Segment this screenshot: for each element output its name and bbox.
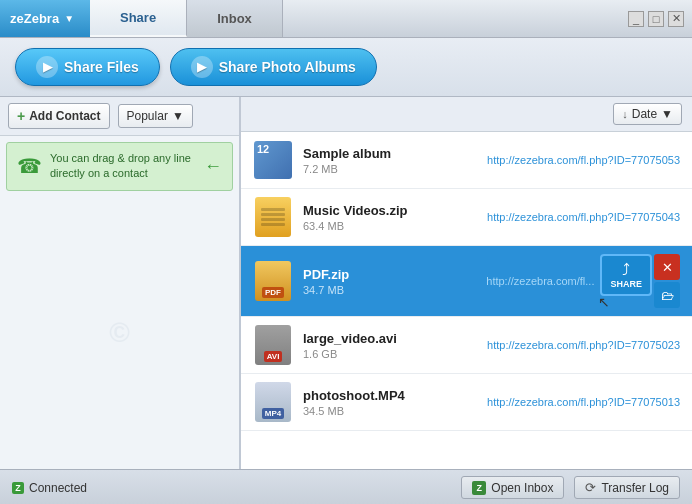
main-content: + Add Contact Popular ▼ ☎ You can drag &… xyxy=(0,97,692,469)
drag-hint: ☎ You can drag & drop any line directly … xyxy=(6,142,233,191)
file-item-music-videos[interactable]: Music Videos.zip 63.4 MB http://zezebra.… xyxy=(241,189,692,246)
app-dropdown-arrow: ▼ xyxy=(64,13,74,24)
minimize-button[interactable]: _ xyxy=(628,11,644,27)
filter-label: Popular xyxy=(127,109,168,123)
close-action-button[interactable]: ✕ xyxy=(654,254,680,280)
file-info-music-videos: Music Videos.zip 63.4 MB xyxy=(303,203,477,232)
album-count: 12 xyxy=(257,143,269,155)
file-size: 1.6 GB xyxy=(303,348,477,360)
app-logo[interactable]: zeZebra ▼ xyxy=(0,0,90,37)
transfer-log-icon: ⟳ xyxy=(585,480,596,495)
transfer-log-button[interactable]: ⟳ Transfer Log xyxy=(574,476,680,499)
file-name: Music Videos.zip xyxy=(303,203,477,218)
filter-dropdown-arrow: ▼ xyxy=(172,109,184,123)
sidebar: + Add Contact Popular ▼ ☎ You can drag &… xyxy=(0,97,240,469)
file-link[interactable]: http://zezebra.com/fl.php?ID=77075043 xyxy=(487,211,680,223)
open-inbox-icon: Z xyxy=(472,481,486,495)
sidebar-watermark-area: © xyxy=(0,197,239,469)
filter-dropdown[interactable]: Popular ▼ xyxy=(118,104,193,128)
file-info-pdf-zip: PDF.zip 34.7 MB xyxy=(303,267,476,296)
file-info-photoshoot: photoshoot.MP4 34.5 MB xyxy=(303,388,477,417)
share-action-button[interactable]: ⤴ SHARE xyxy=(600,254,652,296)
file-link[interactable]: http://zezebra.com/fl... xyxy=(486,275,594,287)
file-size: 34.7 MB xyxy=(303,284,476,296)
status-bar-actions: Z Open Inbox ⟳ Transfer Log xyxy=(461,476,680,499)
share-files-icon: ▶ xyxy=(36,56,58,78)
sort-label: Date xyxy=(632,107,657,121)
add-contact-label: Add Contact xyxy=(29,109,100,123)
folder-action-button[interactable]: 🗁 xyxy=(654,282,680,308)
file-item-pdf-zip[interactable]: PDF PDF.zip 34.7 MB http://zezebra.com/f… xyxy=(241,246,692,317)
file-item-sample-album[interactable]: 12 Sample album 7.2 MB http://zezebra.co… xyxy=(241,132,692,189)
file-name: PDF.zip xyxy=(303,267,476,282)
sort-dropdown[interactable]: ↓ Date ▼ xyxy=(613,103,682,125)
share-files-button[interactable]: ▶ Share Files xyxy=(15,48,160,86)
file-info-sample-album: Sample album 7.2 MB xyxy=(303,146,477,175)
share-albums-label: Share Photo Albums xyxy=(219,59,356,75)
action-bar: ▶ Share Files ▶ Share Photo Albums xyxy=(0,38,692,97)
share-action-label: SHARE xyxy=(610,279,642,289)
file-name: photoshoot.MP4 xyxy=(303,388,477,403)
maximize-button[interactable]: □ xyxy=(648,11,664,27)
file-link[interactable]: http://zezebra.com/fl.php?ID=77075013 xyxy=(487,396,680,408)
sidebar-toolbar: + Add Contact Popular ▼ xyxy=(0,97,239,136)
file-item-photoshoot[interactable]: MP4 photoshoot.MP4 34.5 MB http://zezebr… xyxy=(241,374,692,431)
tab-share[interactable]: Share xyxy=(90,0,187,37)
item-actions: ⤴ SHARE ✕ 🗁 ↖ xyxy=(600,254,680,308)
connection-status: Z Connected xyxy=(12,481,87,495)
file-list: ↓ Date ▼ 12 Sample album 7.2 MB http://z… xyxy=(240,97,692,469)
file-icon-zip xyxy=(253,197,293,237)
tab-inbox-label: Inbox xyxy=(217,11,252,26)
file-info-large-video: large_video.avi 1.6 GB xyxy=(303,331,477,360)
status-bar: Z Connected Z Open Inbox ⟳ Transfer Log xyxy=(0,469,692,504)
sort-icon: ↓ xyxy=(622,108,628,120)
file-size: 63.4 MB xyxy=(303,220,477,232)
file-item-large-video[interactable]: AVI large_video.avi 1.6 GB http://zezebr… xyxy=(241,317,692,374)
folder-icon: 🗁 xyxy=(661,288,674,303)
file-list-toolbar: ↓ Date ▼ xyxy=(241,97,692,132)
app-name: zeZebra xyxy=(10,11,59,26)
connected-label: Connected xyxy=(29,481,87,495)
share-files-label: Share Files xyxy=(64,59,139,75)
file-link[interactable]: http://zezebra.com/fl.php?ID=77075023 xyxy=(487,339,680,351)
sort-dropdown-arrow: ▼ xyxy=(661,107,673,121)
file-size: 7.2 MB xyxy=(303,163,477,175)
file-size: 34.5 MB xyxy=(303,405,477,417)
close-icon: ✕ xyxy=(662,260,673,275)
window-controls: _ □ ✕ xyxy=(620,0,692,37)
tab-inbox[interactable]: Inbox xyxy=(187,0,283,37)
drag-hint-text: You can drag & drop any line directly on… xyxy=(50,151,196,182)
tab-share-label: Share xyxy=(120,10,156,25)
share-albums-button[interactable]: ▶ Share Photo Albums xyxy=(170,48,377,86)
transfer-log-label: Transfer Log xyxy=(601,481,669,495)
drag-arrow-icon: ← xyxy=(204,154,222,179)
file-link[interactable]: http://zezebra.com/fl.php?ID=77075053 xyxy=(487,154,680,166)
watermark-logo: © xyxy=(109,317,130,349)
close-button[interactable]: ✕ xyxy=(668,11,684,27)
connected-indicator: Z xyxy=(12,482,24,494)
open-inbox-label: Open Inbox xyxy=(491,481,553,495)
add-contact-button[interactable]: + Add Contact xyxy=(8,103,110,129)
open-inbox-button[interactable]: Z Open Inbox xyxy=(461,476,564,499)
phone-icon: ☎ xyxy=(17,152,42,180)
file-icon-album: 12 xyxy=(253,140,293,180)
share-action-icon: ⤴ xyxy=(622,261,630,279)
title-bar: zeZebra ▼ Share Inbox _ □ ✕ xyxy=(0,0,692,38)
file-name: Sample album xyxy=(303,146,477,161)
file-icon-avi: AVI xyxy=(253,325,293,365)
tab-bar: Share Inbox xyxy=(90,0,620,37)
share-albums-icon: ▶ xyxy=(191,56,213,78)
file-icon-mp4: MP4 xyxy=(253,382,293,422)
file-icon-pdf-zip: PDF xyxy=(253,261,293,301)
plus-icon: + xyxy=(17,108,25,124)
file-name: large_video.avi xyxy=(303,331,477,346)
